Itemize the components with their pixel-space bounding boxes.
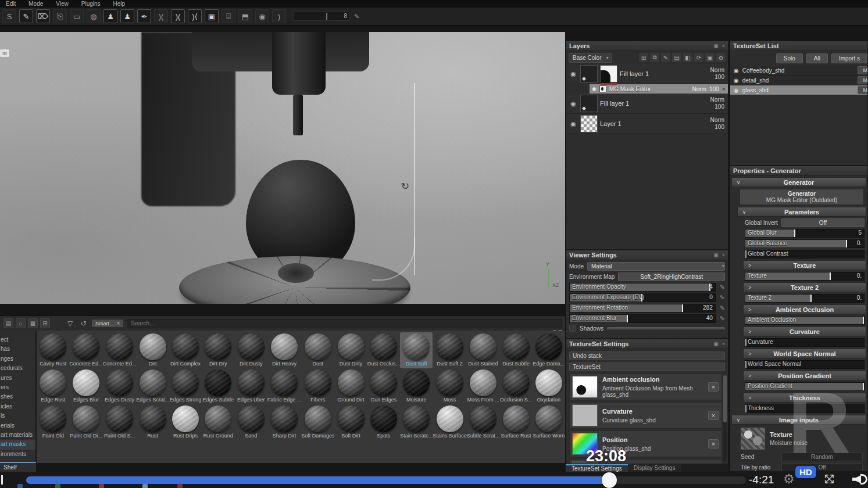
add-paint-icon[interactable]: ⧉ (650, 53, 659, 62)
slider-track[interactable]: Texture0. (745, 272, 865, 281)
mask-editor-row[interactable]: ◉MG Mask EditorNorm100× (590, 84, 728, 94)
close-icon[interactable]: × (722, 341, 725, 347)
layer-opacity[interactable]: 100 (701, 74, 724, 81)
textureset-row[interactable]: ◉Coffeebody_shdMai (730, 66, 867, 76)
material-view-icon[interactable]: ⬒ (238, 9, 252, 23)
material-item[interactable]: Moisture (400, 368, 433, 404)
slider-track[interactable]: Global Balance0. (745, 239, 865, 248)
mask-thumbnail[interactable] (600, 65, 617, 82)
channel-row[interactable]: Ambient occlusionAmbient Occlusion Map f… (569, 374, 722, 400)
material-item[interactable]: Edge Rust (37, 368, 69, 404)
section-header-ambient-occlusion[interactable]: >Ambient Occlusion (743, 304, 866, 314)
filter-icon[interactable]: ▽ (65, 318, 75, 328)
shelf-tab[interactable]: Shelf (0, 462, 36, 472)
section-header-world-space-normal[interactable]: >World Space Normal (743, 349, 866, 358)
menu-item-edit[interactable]: Edit (6, 1, 16, 7)
shelf-folder-icon[interactable]: ⌂ (16, 318, 26, 328)
material-item[interactable]: Sharp Dirt (267, 404, 302, 440)
pencil-icon[interactable]: ✎ (720, 315, 725, 322)
material-item[interactable]: Surface Worn (533, 404, 565, 440)
visibility-icon[interactable]: ◉ (566, 100, 580, 107)
material-item[interactable]: Sand (235, 404, 267, 440)
filter-chip[interactable]: Smart... × (92, 320, 123, 327)
material-item[interactable]: Dust Dirty (334, 332, 367, 368)
close-icon[interactable]: × (722, 43, 725, 49)
material-item[interactable]: Occlusion S... (499, 368, 532, 404)
add-smart-material-icon[interactable]: ⟳ (694, 53, 703, 62)
material-item[interactable]: Stain Scratc... (400, 404, 433, 440)
material-item[interactable]: Dirt (136, 332, 169, 368)
main-shader-badge[interactable]: Mai (858, 66, 868, 74)
section-header-generator[interactable]: ∨Generator (731, 177, 866, 187)
pencil-icon[interactable]: ✎ (354, 13, 359, 20)
layer-opacity[interactable]: 100 (701, 103, 724, 110)
material-item[interactable]: Ground Dirt (334, 368, 367, 404)
remove-channel-icon[interactable]: × (708, 411, 719, 420)
textureset-row[interactable]: ◉detail_shdMai (730, 76, 867, 85)
blend-mode[interactable]: Norm (701, 96, 724, 103)
slider-track[interactable]: Texture 20. (745, 294, 865, 303)
shelf-export-icon[interactable]: ⊞ (40, 318, 50, 328)
material-item[interactable]: Edges Scrat... (136, 368, 169, 404)
material-item[interactable]: Dirt Heavy (267, 332, 302, 368)
shelf-category-12[interactable]: ironments (0, 450, 35, 459)
layer-thumbnail[interactable]: ◆ (580, 95, 598, 112)
shelf-import-icon[interactable]: ▦ (28, 318, 38, 328)
perspective-toggle-icon[interactable]: ▣ (205, 9, 219, 23)
shelf-category-5[interactable]: ers (0, 383, 35, 392)
menu-item-help[interactable]: Help (113, 1, 126, 7)
shelf-list-icon[interactable]: ▤ (3, 318, 13, 328)
property-dropdown[interactable]: Off (781, 218, 865, 227)
material-item[interactable]: Rust Drips (169, 404, 202, 440)
eraser-tool-icon[interactable]: ⌦ (36, 9, 50, 23)
slider-track[interactable]: Environment Exposure (EV)0 (569, 293, 716, 302)
channel-dropdown[interactable]: Base Color ▾ (569, 53, 612, 63)
channel-row[interactable]: CurvatureCurvature glass_shd× (569, 402, 722, 429)
paint-tool-icon[interactable]: ✎ (19, 9, 33, 23)
clone-stamp-tool-icon[interactable]: ♟ (103, 9, 117, 23)
main-shader-badge[interactable]: Mai (858, 76, 868, 84)
layer-thumbnail[interactable] (580, 115, 598, 132)
material-item[interactable]: Edges Uber (235, 368, 267, 404)
camera-display-icon[interactable]: ⌸ (222, 9, 235, 23)
slider-track[interactable]: World Space Normal (745, 360, 865, 369)
symmetry-x-icon[interactable]: )( (154, 9, 168, 23)
material-item[interactable]: Dust Subtle (499, 332, 532, 368)
material-item[interactable]: Fabric Edge ... (267, 368, 302, 404)
mode-dropdown[interactable]: Material ▾ (587, 262, 725, 271)
material-item[interactable]: Rust Ground (202, 404, 234, 440)
visibility-icon[interactable]: ◉ (566, 120, 580, 128)
slider-handle[interactable] (326, 13, 327, 20)
substance-lock-icon[interactable]: S (2, 9, 16, 23)
seek-bar[interactable] (26, 476, 746, 484)
material-item[interactable]: Soft Damages (301, 404, 334, 440)
material-item[interactable]: Concrete Ed... (103, 332, 137, 368)
shadows-checkbox[interactable] (569, 325, 576, 332)
textureset-row[interactable]: ◉glass_shdMai (730, 85, 867, 95)
shelf-category-0[interactable]: ect (0, 335, 35, 345)
remove-channel-icon[interactable]: × (708, 382, 719, 392)
add-folder-icon[interactable]: ▣ (705, 53, 715, 62)
blend-mode[interactable]: Norm (701, 117, 724, 124)
shelf-category-8[interactable]: ls (0, 411, 35, 421)
layer-row[interactable]: ◉Layer 1Norm100 (566, 114, 728, 134)
delete-layer-icon[interactable]: ♻ (716, 53, 726, 62)
material-item[interactable]: Stains Surface (433, 404, 467, 440)
tsl-button-all[interactable]: All (806, 53, 828, 63)
material-item[interactable]: Edges Strong (169, 368, 202, 404)
material-item[interactable]: Dirt Complex (169, 332, 202, 368)
environment-map-button[interactable]: Soft_2RingHighContrast (618, 272, 725, 281)
chip-close-icon[interactable]: × (117, 320, 120, 326)
brush-size-slider[interactable]: 8 (294, 12, 349, 21)
tss-bar-0[interactable]: Undo stack (569, 351, 725, 360)
scrollbar-handle[interactable] (723, 375, 727, 422)
layer-row[interactable]: ◉◆Fill layer 1Norm100 (566, 64, 728, 84)
material-item[interactable]: Paint Old Di... (69, 404, 103, 440)
shelf-category-6[interactable]: shes (0, 392, 35, 401)
close-icon[interactable]: × (722, 252, 725, 258)
dock-icon[interactable]: ▣ (713, 43, 719, 49)
symmetry-y-icon[interactable]: )( (171, 9, 185, 23)
shadows-dropdown[interactable] (607, 327, 725, 329)
material-item[interactable]: Edge Dama... (533, 332, 565, 368)
tsl-button-import-s[interactable]: Import s (831, 53, 867, 63)
